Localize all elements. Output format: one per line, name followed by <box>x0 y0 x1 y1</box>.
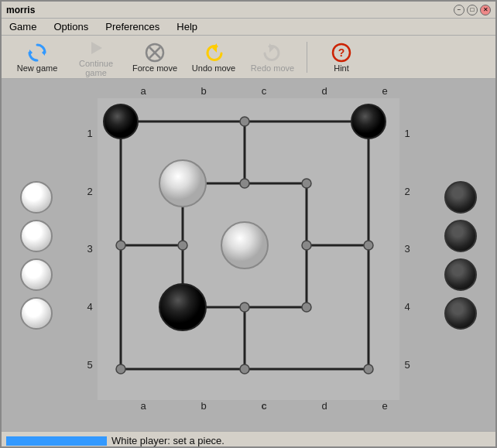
board-container: a b c d e 1 2 3 4 5 <box>71 79 426 431</box>
redo-move-icon <box>262 42 283 63</box>
minimize-button[interactable]: − <box>454 5 464 15</box>
svg-point-27 <box>240 303 249 312</box>
svg-marker-2 <box>91 42 102 54</box>
col-label-bottom-c: c <box>234 400 294 412</box>
undo-move-label: Undo move <box>192 63 235 73</box>
svg-point-31 <box>364 364 373 374</box>
black-piece-reserve-1 <box>444 181 477 214</box>
row-label-5: 5 <box>82 359 98 371</box>
col-labels-top: a b c d e <box>82 85 415 97</box>
black-piece-reserve-2 <box>444 220 477 252</box>
row-label-1: 1 <box>82 128 98 139</box>
continue-game-icon <box>85 37 107 59</box>
row-label-r3: 3 <box>399 243 415 255</box>
title-bar: morris − □ ✕ <box>2 2 495 19</box>
menu-options[interactable]: Options <box>49 19 93 34</box>
maximize-button[interactable]: □ <box>467 5 478 15</box>
col-label-bottom-b: b <box>173 400 234 412</box>
menu-help[interactable]: Help <box>172 19 202 34</box>
black-piece-reserve-3 <box>444 258 477 291</box>
redo-move-button[interactable]: Redo move <box>245 39 300 76</box>
window-title: morris <box>6 5 35 15</box>
row-label-r4: 4 <box>399 301 415 313</box>
white-piece-reserve-4 <box>20 297 53 330</box>
col-label-d: d <box>294 85 355 97</box>
row-label-r2: 2 <box>399 186 415 197</box>
svg-point-35 <box>159 284 206 330</box>
redo-move-label: Redo move <box>251 63 294 73</box>
svg-point-24 <box>302 241 311 250</box>
force-move-button[interactable]: Force move <box>127 39 183 76</box>
col-label-bottom-a: a <box>113 400 173 412</box>
continue-game-label: Continue game <box>70 59 122 77</box>
svg-point-36 <box>351 104 386 139</box>
hint-label: Hint <box>334 63 349 73</box>
svg-marker-6 <box>212 43 217 53</box>
row-labels-left: 1 2 3 4 5 <box>82 98 98 400</box>
new-game-icon <box>26 42 48 63</box>
svg-point-28 <box>302 303 311 312</box>
svg-marker-7 <box>269 43 274 53</box>
col-label-e: e <box>355 85 415 97</box>
svg-point-29 <box>116 364 125 374</box>
status-progress-bar <box>6 436 107 446</box>
white-piece-reserve-3 <box>20 258 53 291</box>
col-label-a: a <box>113 85 173 97</box>
close-button[interactable]: ✕ <box>480 5 491 15</box>
hint-button[interactable]: ? Hint <box>314 39 369 76</box>
white-piece-reserve-2 <box>20 220 53 252</box>
svg-point-34 <box>221 222 268 268</box>
svg-point-22 <box>116 241 125 250</box>
black-piece-reserve-4 <box>444 297 477 330</box>
toolbar: New game Continue game Force move U <box>2 36 495 79</box>
svg-point-33 <box>159 160 206 207</box>
title-buttons: − □ ✕ <box>454 5 491 15</box>
board-with-rows: 1 2 3 4 5 <box>82 98 415 400</box>
menu-game[interactable]: Game <box>5 19 41 34</box>
col-label-c: c <box>234 85 294 97</box>
menu-bar: Game Options Preferences Help <box>2 19 495 36</box>
black-pieces-panel <box>426 79 495 431</box>
row-label-r1: 1 <box>399 128 415 139</box>
new-game-button[interactable]: New game <box>9 39 65 76</box>
undo-move-button[interactable]: Undo move <box>186 39 242 76</box>
game-area: a b c d e 1 2 3 4 5 <box>2 79 495 431</box>
white-pieces-panel <box>2 79 71 431</box>
board-svg[interactable] <box>98 98 399 400</box>
col-label-bottom-d: d <box>294 400 355 412</box>
col-labels-bottom: a b c d e <box>82 400 415 412</box>
row-label-4: 4 <box>82 301 98 313</box>
row-labels-right: 1 2 3 4 5 <box>399 98 415 400</box>
continue-game-button[interactable]: Continue game <box>68 39 124 76</box>
status-text: White player: set a piece. <box>111 435 225 446</box>
row-label-r5: 5 <box>399 359 415 371</box>
svg-point-30 <box>240 364 249 374</box>
col-label-bottom-e: e <box>355 400 415 412</box>
svg-marker-1 <box>29 50 33 56</box>
svg-point-23 <box>178 241 187 250</box>
menu-preferences[interactable]: Preferences <box>101 19 164 34</box>
new-game-label: New game <box>17 63 58 73</box>
force-move-label: Force move <box>132 63 177 73</box>
row-label-3: 3 <box>82 243 98 255</box>
force-move-icon <box>144 42 166 63</box>
svg-text:?: ? <box>338 46 345 59</box>
svg-point-21 <box>302 179 311 188</box>
svg-point-25 <box>364 241 373 250</box>
svg-point-18 <box>240 117 249 126</box>
svg-point-20 <box>240 179 249 188</box>
white-piece-reserve-1 <box>20 181 53 214</box>
undo-move-icon <box>203 42 225 63</box>
board-svg-container[interactable] <box>98 98 399 400</box>
toolbar-separator <box>307 42 307 73</box>
col-label-b: b <box>173 85 234 97</box>
svg-marker-0 <box>42 50 45 56</box>
row-label-2: 2 <box>82 186 98 197</box>
status-bar: White player: set a piece. <box>2 431 495 448</box>
hint-icon: ? <box>331 42 352 63</box>
svg-point-32 <box>104 104 138 139</box>
